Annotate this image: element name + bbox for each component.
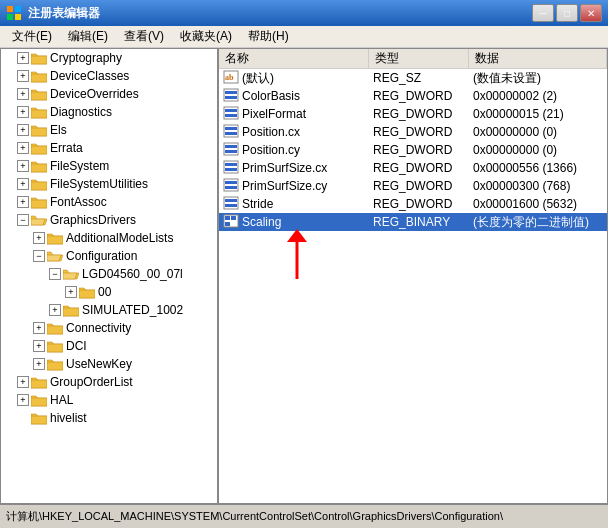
cell-name: Position.cx [219, 123, 369, 142]
svg-rect-1 [15, 6, 21, 12]
menu-item-help[interactable]: 帮助(H) [240, 26, 297, 47]
reg-icon [223, 196, 239, 213]
tree-label-filesystemutilities: FileSystemUtilities [50, 177, 148, 191]
table-row[interactable]: ab (默认)REG_SZ(数值未设置) [219, 69, 607, 87]
status-bar: 计算机\HKEY_LOCAL_MACHINE\SYSTEM\CurrentCon… [0, 504, 608, 528]
tree-item-hivelist[interactable]: hivelist [1, 409, 217, 427]
table-row[interactable]: Position.cxREG_DWORD0x00000000 (0) [219, 123, 607, 141]
reg-name: PixelFormat [242, 107, 306, 121]
expand-btn-cryptography[interactable]: + [17, 52, 29, 64]
table-row[interactable]: PrimSurfSize.cxREG_DWORD0x00000556 (1366… [219, 159, 607, 177]
maximize-button[interactable]: □ [556, 4, 578, 22]
minimize-button[interactable]: ─ [532, 4, 554, 22]
folder-icon-deviceoverrides [31, 87, 47, 101]
tree-label-deviceclasses: DeviceClasses [50, 69, 129, 83]
table-row[interactable]: PixelFormatREG_DWORD0x00000015 (21) [219, 105, 607, 123]
expand-btn-deviceclasses[interactable]: + [17, 70, 29, 82]
tree-item-dci[interactable]: + DCI [1, 337, 217, 355]
tree-item-filesystemutilities[interactable]: + FileSystemUtilities [1, 175, 217, 193]
expand-btn-grouporderlist[interactable]: + [17, 376, 29, 388]
table-row[interactable]: ColorBasisREG_DWORD0x00000002 (2) [219, 87, 607, 105]
tree-item-cryptography[interactable]: + Cryptography [1, 49, 217, 67]
reg-name: Stride [242, 197, 273, 211]
tree-label-00: 00 [98, 285, 111, 299]
folder-icon-grouporderlist [31, 375, 47, 389]
tree-item-configuration[interactable]: − Configuration [1, 247, 217, 265]
reg-icon [223, 88, 239, 105]
expand-btn-graphicsdrivers[interactable]: − [17, 214, 29, 226]
expand-btn-fontassoc[interactable]: + [17, 196, 29, 208]
tree-item-simulated[interactable]: + SIMULATED_1002 [1, 301, 217, 319]
expand-btn-els[interactable]: + [17, 124, 29, 136]
tree-scroll[interactable]: + Cryptography+ DeviceClasses+ DeviceOve… [1, 49, 217, 503]
expand-btn-filesystem[interactable]: + [17, 160, 29, 172]
tree-item-errata[interactable]: + Errata [1, 139, 217, 157]
expand-btn-lgd04560[interactable]: − [49, 268, 61, 280]
folder-icon-simulated [63, 303, 79, 317]
svg-rect-7 [225, 91, 237, 94]
cell-type: REG_DWORD [369, 178, 469, 194]
menu-item-file[interactable]: 文件(E) [4, 26, 60, 47]
tree-label-dci: DCI [66, 339, 87, 353]
svg-rect-21 [224, 179, 238, 191]
folder-icon-els [31, 123, 47, 137]
tree-item-usenewkey[interactable]: + UseNewKey [1, 355, 217, 373]
svg-rect-26 [225, 204, 237, 207]
expand-btn-diagnostics[interactable]: + [17, 106, 29, 118]
expand-btn-connectivity[interactable]: + [33, 322, 45, 334]
reg-name: Position.cy [242, 143, 300, 157]
expand-btn-deviceoverrides[interactable]: + [17, 88, 29, 100]
expand-btn-dci[interactable]: + [33, 340, 45, 352]
expand-btn-configuration[interactable]: − [33, 250, 45, 262]
expand-btn-usenewkey[interactable]: + [33, 358, 45, 370]
folder-icon-errata [31, 141, 47, 155]
main-content: + Cryptography+ DeviceClasses+ DeviceOve… [0, 48, 608, 504]
table-row[interactable]: PrimSurfSize.cyREG_DWORD0x00000300 (768) [219, 177, 607, 195]
tree-item-grouporderlist[interactable]: + GroupOrderList [1, 373, 217, 391]
tree-item-lgd04560[interactable]: − LGD04560_00_07l [1, 265, 217, 283]
tree-item-filesystem[interactable]: + FileSystem [1, 157, 217, 175]
expand-btn-filesystemutilities[interactable]: + [17, 178, 29, 190]
right-panel: 名称 类型 数据 ab (默认)REG_SZ(数值未设置) ColorBasis… [219, 49, 607, 503]
tree-label-usenewkey: UseNewKey [66, 357, 132, 371]
folder-icon-usenewkey [47, 357, 63, 371]
cell-data: (长度为零的二进制值) [469, 213, 607, 232]
cell-data: 0x00000002 (2) [469, 88, 607, 104]
tree-item-els[interactable]: + Els [1, 121, 217, 139]
tree-item-diagnostics[interactable]: + Diagnostics [1, 103, 217, 121]
cell-type: REG_DWORD [369, 142, 469, 158]
folder-icon-dci [47, 339, 63, 353]
menu-item-favorites[interactable]: 收藏夹(A) [172, 26, 240, 47]
menu-item-edit[interactable]: 编辑(E) [60, 26, 116, 47]
reg-name: (默认) [242, 70, 274, 87]
tree-item-00[interactable]: + 00 [1, 283, 217, 301]
expand-btn-00[interactable]: + [65, 286, 77, 298]
reg-name: Scaling [242, 215, 281, 229]
expand-btn-errata[interactable]: + [17, 142, 29, 154]
tree-item-fontassoc[interactable]: + FontAssoc [1, 193, 217, 211]
table-row[interactable]: StrideREG_DWORD0x00001600 (5632) [219, 195, 607, 213]
cell-type: REG_BINARY [369, 214, 469, 230]
tree-item-graphicsdrivers[interactable]: − GraphicsDrivers [1, 211, 217, 229]
expand-btn-additionalmodelists[interactable]: + [33, 232, 45, 244]
expand-btn-simulated[interactable]: + [49, 304, 61, 316]
expand-btn-hal[interactable]: + [17, 394, 29, 406]
tree-item-additionalmodelists[interactable]: + AdditionalModeLists [1, 229, 217, 247]
cell-name: ab (默认) [219, 69, 369, 88]
folder-icon-additionalmodelists [47, 231, 63, 245]
svg-rect-22 [225, 181, 237, 184]
table-row[interactable]: ScalingREG_BINARY(长度为零的二进制值) [219, 213, 607, 231]
table-header: 名称 类型 数据 [219, 49, 607, 69]
tree-item-hal[interactable]: + HAL [1, 391, 217, 409]
tree-item-deviceclasses[interactable]: + DeviceClasses [1, 67, 217, 85]
reg-icon [223, 160, 239, 177]
tree-item-deviceoverrides[interactable]: + DeviceOverrides [1, 85, 217, 103]
close-button[interactable]: ✕ [580, 4, 602, 22]
svg-rect-19 [225, 163, 237, 166]
tree-item-connectivity[interactable]: + Connectivity [1, 319, 217, 337]
cell-data: 0x00000000 (0) [469, 124, 607, 140]
table-row[interactable]: Position.cyREG_DWORD0x00000000 (0) [219, 141, 607, 159]
menu-item-view[interactable]: 查看(V) [116, 26, 172, 47]
table-body[interactable]: ab (默认)REG_SZ(数值未设置) ColorBasisREG_DWORD… [219, 69, 607, 503]
cell-name: PrimSurfSize.cy [219, 177, 369, 196]
